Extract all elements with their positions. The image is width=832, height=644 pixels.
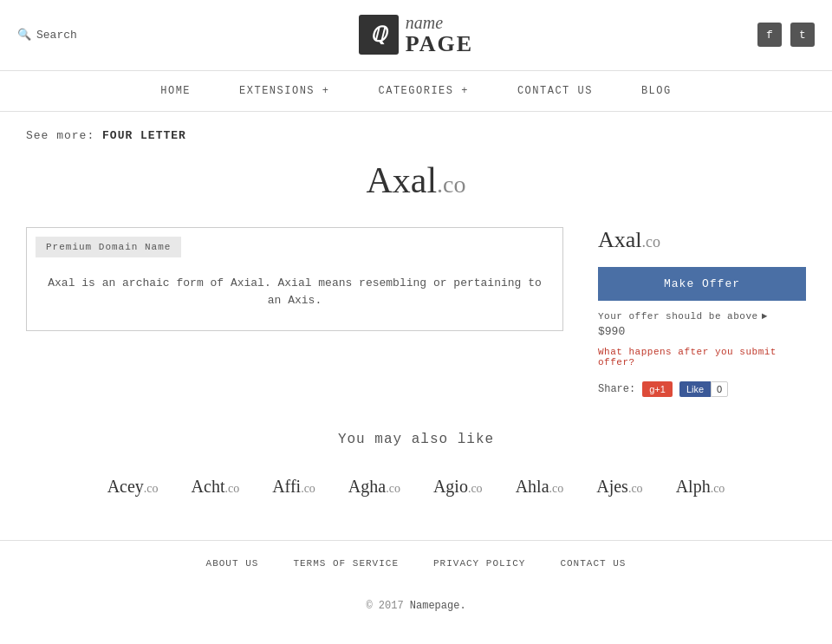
footer-link-privacy[interactable]: PRIVACY POLICY [433, 558, 525, 569]
twitter-link[interactable]: t [790, 23, 815, 47]
domain-offer-panel: Axal.co Make Offer Your offer should be … [598, 227, 806, 397]
logo-name: name [406, 13, 473, 32]
facebook-icon: f [766, 29, 773, 42]
footer-links: ABOUT USTERMS OF SERVICEPRIVACY POLICYCO… [0, 540, 832, 586]
suggestion-domain-tld: .co [386, 482, 400, 495]
facebook-like-group: Like 0 [679, 381, 728, 397]
domain-tld-main: .co [437, 171, 465, 198]
logo-page: PAGE [406, 32, 473, 57]
suggestion-domain-name: Acey [107, 477, 144, 496]
see-more-label: See more: [26, 129, 94, 142]
suggestion-domain-card[interactable]: Ajes.co [584, 468, 654, 505]
footer-link-contact[interactable]: CONTACT US [560, 558, 626, 569]
share-label: Share: [598, 383, 635, 395]
search-label: Search [36, 29, 77, 42]
twitter-icon: t [799, 29, 806, 42]
domain-heading-name: Axal [598, 227, 642, 252]
suggestion-domain-tld: .co [301, 482, 315, 495]
suggestion-domain-name: Ajes [596, 477, 628, 496]
search-icon: 🔍 [17, 28, 31, 42]
suggestion-domain-tld: .co [224, 482, 239, 495]
make-offer-button[interactable]: Make Offer [598, 267, 806, 301]
domain-heading: Axal.co [598, 227, 806, 253]
arrow-icon: ► [762, 311, 768, 322]
suggestion-domain-name: Agha [348, 477, 386, 496]
suggestions-section: You may also like Acey.coAcht.coAffi.coA… [26, 432, 806, 505]
main-nav: HOME EXTENSIONS + CATEGORIES + CONTACT U… [0, 71, 832, 112]
site-name-link[interactable]: Namepage. [410, 600, 466, 612]
see-more: See more: FOUR LETTER [26, 129, 806, 142]
site-logo[interactable]: ℚ name PAGE [359, 13, 473, 57]
copyright-text: © 2017 [366, 600, 403, 612]
main-content: See more: FOUR LETTER Axal.co Premium Do… [0, 112, 832, 523]
domain-title: Axal.co [26, 159, 806, 201]
domain-heading-tld: .co [642, 233, 661, 250]
social-links: f t [757, 23, 815, 47]
google-plus-button[interactable]: g+1 [642, 381, 673, 397]
offer-note-text: Your offer should be above [598, 311, 758, 322]
domain-description: Axal is an archaic form of Axial. Axial … [27, 266, 562, 329]
domain-name-main: Axal [366, 160, 437, 200]
suggestion-domain-name: Ahla [516, 477, 549, 496]
suggestion-domain-card[interactable]: Alph.co [664, 468, 738, 505]
nav-extensions[interactable]: EXTENSIONS + [215, 71, 354, 111]
suggestion-domain-card[interactable]: Acey.co [95, 468, 171, 505]
nav-home[interactable]: HOME [136, 71, 215, 111]
facebook-link[interactable]: f [757, 23, 782, 47]
suggestion-domain-tld: .co [468, 482, 483, 495]
suggestions-grid: Acey.coAcht.coAffi.coAgha.coAgio.coAhla.… [26, 468, 806, 505]
suggestion-domain-name: Alph [676, 477, 711, 496]
nav-contact[interactable]: CONTACT US [493, 71, 617, 111]
logo-icon-box: ℚ [359, 15, 399, 55]
logo-text: name PAGE [406, 13, 473, 57]
offer-price: $990 [598, 325, 806, 338]
suggestion-domain-card[interactable]: Acht.co [179, 468, 252, 505]
search-bar[interactable]: 🔍 Search [17, 28, 77, 42]
suggestion-domain-tld: .co [628, 482, 643, 495]
suggestion-domain-card[interactable]: Affi.co [260, 468, 328, 505]
premium-badge: Premium Domain Name [36, 237, 181, 257]
suggestion-domain-tld: .co [549, 482, 564, 495]
header: 🔍 Search ℚ name PAGE f t [0, 0, 832, 71]
suggestion-domain-name: Agio [433, 477, 468, 496]
nav-categories[interactable]: CATEGORIES + [354, 71, 492, 111]
footer-link-about[interactable]: ABOUT US [206, 558, 259, 569]
facebook-like-button[interactable]: Like [679, 381, 711, 397]
suggestion-domain-tld: .co [711, 482, 725, 495]
footer-link-terms[interactable]: TERMS OF SERVICE [293, 558, 399, 569]
offer-process-link[interactable]: What happens after you submit offer? [598, 347, 806, 368]
offer-note: Your offer should be above ► [598, 311, 806, 322]
share-row: Share: g+1 Like 0 [598, 381, 806, 397]
footer-copyright: © 2017 Namepage. [0, 586, 832, 626]
logo-icon: ℚ [370, 23, 387, 47]
suggestion-domain-card[interactable]: Agio.co [421, 468, 495, 505]
domain-detail-layout: Premium Domain Name Axal is an archaic f… [26, 227, 806, 397]
see-more-link[interactable]: FOUR LETTER [102, 129, 186, 142]
suggestion-domain-tld: .co [144, 482, 159, 495]
suggestion-domain-card[interactable]: Agha.co [336, 468, 413, 505]
facebook-like-count: 0 [711, 381, 728, 397]
suggestions-title: You may also like [26, 432, 806, 447]
nav-blog[interactable]: BLOG [617, 71, 696, 111]
suggestion-domain-card[interactable]: Ahla.co [504, 468, 576, 505]
suggestion-domain-name: Affi [272, 477, 301, 496]
suggestion-domain-name: Acht [192, 477, 225, 496]
domain-info-panel: Premium Domain Name Axal is an archaic f… [26, 227, 563, 331]
